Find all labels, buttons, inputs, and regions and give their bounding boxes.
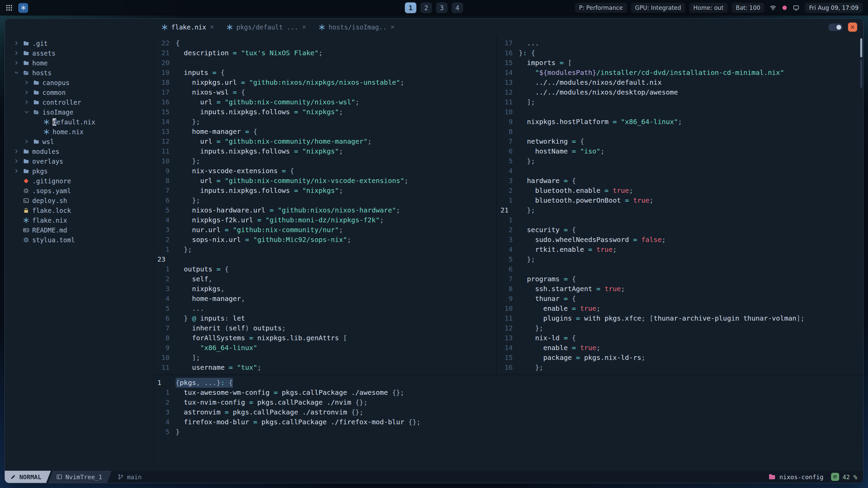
tree-item-home[interactable]: home: [5, 58, 154, 68]
status-home-out[interactable]: Home: out: [689, 3, 728, 13]
code-line[interactable]: 9 "x86_64-linux": [154, 343, 496, 353]
tree-item-canopus[interactable]: canopus: [5, 78, 154, 87]
tree-item-common[interactable]: common: [5, 87, 154, 97]
status-bat-100[interactable]: Bat: 100: [732, 3, 764, 13]
code-line[interactable]: 4 rtkit.enable = true;: [497, 245, 863, 255]
code-line[interactable]: 16 };: [497, 363, 863, 372]
tree-item-wsl[interactable]: wsl: [5, 137, 154, 146]
code-line[interactable]: 10: [497, 107, 863, 117]
code-line[interactable]: 11 ];: [497, 97, 863, 107]
workspace-button-2[interactable]: 2: [420, 2, 432, 13]
tree-item-modules[interactable]: modules: [5, 146, 154, 156]
code-line[interactable]: 11 inputs.nixpkgs.follows = "nixpkgs";: [154, 146, 496, 156]
code-line[interactable]: 16}: {: [497, 48, 863, 58]
code-line[interactable]: 2 sops-nix.url = "github:Mic92/sops-nix"…: [154, 235, 496, 245]
code-line[interactable]: 13 ../../modules/nixos/default.nix: [497, 78, 863, 87]
tree-item-controller[interactable]: controller: [5, 97, 154, 107]
toggle-button[interactable]: [828, 23, 843, 31]
code-line[interactable]: 21 };: [497, 205, 863, 215]
code-line[interactable]: 5 nixos-hardware.url = "github:nixos/nix…: [154, 205, 496, 215]
code-line[interactable]: 3 sudo.wheelNeedsPassword = false;: [497, 235, 863, 245]
code-line[interactable]: 11 username = "tux";: [154, 363, 496, 372]
code-line[interactable]: 13 home-manager = {: [154, 127, 496, 137]
code-line[interactable]: 6 } @ inputs: let: [154, 313, 496, 323]
code-line[interactable]: 1 bluetooth.powerOnBoot = true;: [497, 196, 863, 205]
workspace-button-4[interactable]: 4: [452, 2, 463, 13]
code-line[interactable]: 5}: [154, 427, 863, 437]
tree-item-flake-nix[interactable]: flake.nix: [5, 215, 154, 225]
menu-icon[interactable]: [5, 4, 13, 12]
code-line[interactable]: 7 inputs.nixpkgs.follows = "nixpkgs";: [154, 186, 496, 196]
editor-pane-flake-nix[interactable]: 22{21 description = "tux's NixOS Flake";…: [154, 36, 496, 374]
code-line[interactable]: 1 tux-awesome-wm-config = pkgs.callPacka…: [154, 388, 863, 398]
tree-item-readme-md[interactable]: README.md: [5, 225, 154, 235]
code-line[interactable]: 2 security = {: [497, 225, 863, 235]
code-line[interactable]: 6 };: [154, 196, 496, 205]
scrollbar-region[interactable]: [860, 59, 862, 88]
code-line[interactable]: 16 url = "github:nix-community/nixos-wsl…: [154, 97, 496, 107]
git-branch[interactable]: main: [112, 471, 141, 483]
tab-close-icon[interactable]: [390, 25, 395, 29]
code-line[interactable]: 8: [497, 127, 863, 137]
code-line[interactable]: 17 nixos-wsl = {: [154, 87, 496, 97]
code-line[interactable]: 6 hostName = "iso";: [497, 146, 863, 156]
code-line[interactable]: 7 inherit (self) outputs;: [154, 323, 496, 333]
code-line[interactable]: 3 astronvim = pkgs.callPackage ./astronv…: [154, 407, 863, 417]
code-line[interactable]: 17 ...: [497, 38, 863, 48]
code-line[interactable]: 8 url = "github:nix-community/nix-vscode…: [154, 176, 496, 186]
code-line[interactable]: 8 forAllSystems = nixpkgs.lib.genAttrs [: [154, 333, 496, 343]
tree-item-sops-yaml[interactable]: .sops.yaml: [5, 186, 154, 196]
code-line[interactable]: 12 };: [497, 323, 863, 333]
code-line[interactable]: 11 plugins = with pkgs.xfce; [thunar-arc…: [497, 313, 863, 323]
code-line[interactable]: 12 url = "github:nix-community/home-mana…: [154, 137, 496, 146]
code-line[interactable]: 13 nix-ld = {: [497, 333, 863, 343]
code-line[interactable]: 9 thunar = {: [497, 294, 863, 304]
code-line[interactable]: 10 enable = true;: [497, 304, 863, 313]
code-line[interactable]: 18 nixpkgs.url = "github:nixos/nixpkgs/n…: [154, 78, 496, 87]
code-line[interactable]: 19 inputs = {: [154, 68, 496, 78]
code-line[interactable]: 7 programs = {: [497, 274, 863, 284]
code-line[interactable]: 4 firefox-mod-blur = pkgs.callPackage ./…: [154, 417, 863, 427]
code-line[interactable]: 9 nixpkgs.hostPlatform = "x86_64-linux";: [497, 117, 863, 127]
tree-item-default-nix[interactable]: default.nix: [5, 117, 154, 127]
code-line[interactable]: 20: [154, 58, 496, 68]
tree-item-flake-lock[interactable]: flake.lock: [5, 205, 154, 215]
code-line[interactable]: 2 bluetooth.enable = true;: [497, 186, 863, 196]
code-line[interactable]: 14 enable = true;: [497, 343, 863, 353]
indicator-dot-icon[interactable]: [781, 4, 788, 11]
tree-item-gitignore[interactable]: .gitignore: [5, 176, 154, 186]
tree-item-deploy-sh[interactable]: deploy.sh: [5, 196, 154, 205]
tree-item-overlays[interactable]: overlays: [5, 156, 154, 166]
scrollbar-thumb[interactable]: [860, 38, 862, 57]
code-line[interactable]: 21 description = "tux's NixOS Flake";: [154, 48, 496, 58]
tab-pkgs-default[interactable]: pkgs/default ...: [221, 19, 312, 36]
window-close-button[interactable]: [848, 23, 857, 32]
code-line[interactable]: 14 "${modulesPath}/installer/cd-dvd/inst…: [497, 68, 863, 78]
code-line[interactable]: 9 nix-vscode-extensions = {: [154, 166, 496, 176]
code-line[interactable]: 10 ];: [154, 353, 496, 363]
code-line[interactable]: 22{: [154, 38, 496, 48]
tab-hosts-isoimag[interactable]: hosts/isoImag..: [313, 19, 400, 36]
tab-flake-nix[interactable]: flake.nix: [156, 19, 220, 36]
code-line[interactable]: 15 package = pkgs.nix-ld-rs;: [497, 353, 863, 363]
code-line[interactable]: 6: [497, 264, 863, 274]
code-line[interactable]: 4 nixpkgs-f2k.url = "github:moni-dz/nixp…: [154, 215, 496, 225]
code-line[interactable]: 1{pkgs, ...}: {: [154, 378, 863, 388]
tree-item-home-nix[interactable]: home.nix: [5, 127, 154, 137]
tab-close-icon[interactable]: [302, 25, 307, 29]
code-line[interactable]: 3 nur.url = "github:nix-community/nur";: [154, 225, 496, 235]
tab-close-icon[interactable]: [210, 25, 214, 29]
app-icon[interactable]: [18, 3, 28, 13]
editor-pane-pkgs-default-nix[interactable]: 1{pkgs, ...}: {1 tux-awesome-wm-config =…: [154, 375, 863, 471]
tree-item-isoimage[interactable]: isoImage: [5, 107, 154, 117]
tree-item-stylua-toml[interactable]: stylua.toml: [5, 235, 154, 245]
display-icon[interactable]: [793, 4, 800, 11]
editor-pane-isoimage-default-nix[interactable]: 17 ...16}: {15 imports = [14 "${modulesP…: [497, 36, 863, 374]
code-line[interactable]: 12 ../../modules/nixos/desktop/awesome: [497, 87, 863, 97]
code-line[interactable]: 23: [154, 255, 496, 264]
workspace-button-3[interactable]: 3: [436, 2, 448, 13]
code-line[interactable]: 1 };: [154, 245, 496, 255]
code-line[interactable]: 3 nixpkgs,: [154, 284, 496, 294]
clock[interactable]: Fri Aug 09, 17:09: [805, 3, 863, 13]
network-icon[interactable]: [770, 4, 776, 11]
